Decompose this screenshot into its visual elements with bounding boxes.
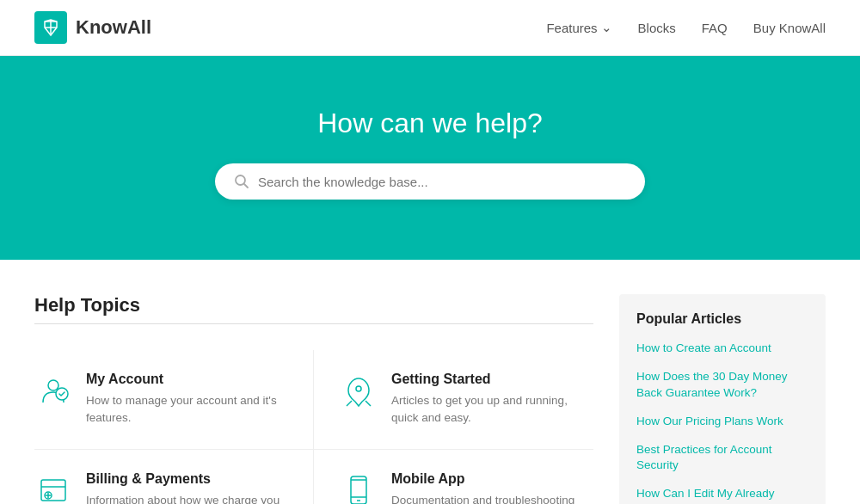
popular-article-4[interactable]: Best Practices for Account Security bbox=[636, 442, 808, 475]
topic-billing-desc: Information about how we charge you for … bbox=[86, 492, 287, 505]
svg-point-3 bbox=[356, 386, 361, 391]
nav-faq[interactable]: FAQ bbox=[702, 21, 728, 35]
popular-title: Popular Articles bbox=[636, 311, 808, 327]
topic-billing[interactable]: Billing & Payments Information about how… bbox=[34, 450, 314, 505]
topic-mobile-app-info: Mobile App Documentation and troubleshoo… bbox=[391, 471, 576, 505]
help-topics-section: Help Topics My Account How to manage you… bbox=[34, 294, 593, 504]
topic-my-account-info: My Account How to manage your account an… bbox=[86, 372, 287, 427]
topic-my-account-title: My Account bbox=[86, 372, 287, 387]
topic-mobile-app[interactable]: Mobile App Documentation and troubleshoo… bbox=[314, 450, 593, 505]
logo-text: KnowAll bbox=[76, 16, 151, 39]
svg-point-0 bbox=[236, 175, 245, 185]
topic-my-account-desc: How to manage your account and it's feat… bbox=[86, 392, 287, 427]
search-bar bbox=[215, 163, 645, 200]
sidebar: Popular Articles How to Create an Accoun… bbox=[619, 294, 826, 504]
main-content: Help Topics My Account How to manage you… bbox=[0, 260, 860, 504]
popular-articles-box: Popular Articles How to Create an Accoun… bbox=[619, 294, 826, 504]
rocket-icon bbox=[340, 372, 378, 409]
topic-getting-started-desc: Articles to get you up and running, quic… bbox=[391, 392, 576, 427]
billing-icon bbox=[34, 471, 72, 505]
nav-blocks[interactable]: Blocks bbox=[638, 21, 676, 35]
nav-buy-knowall[interactable]: Buy KnowAll bbox=[753, 21, 826, 35]
list-item: How Can I Edit My Already Existing Page? bbox=[636, 486, 808, 504]
topic-getting-started-info: Getting Started Articles to get you up a… bbox=[391, 372, 576, 427]
topic-my-account[interactable]: My Account How to manage your account an… bbox=[34, 350, 314, 450]
popular-article-5[interactable]: How Can I Edit My Already Existing Page? bbox=[636, 486, 808, 504]
mobile-icon bbox=[340, 471, 378, 505]
list-item: How Does the 30 Day Money Back Guarantee… bbox=[636, 369, 808, 402]
chevron-down-icon: ⌄ bbox=[601, 20, 612, 35]
list-item: How Our Pricing Plans Work bbox=[636, 414, 808, 430]
list-item: How to Create an Account bbox=[636, 341, 808, 357]
popular-article-2[interactable]: How Does the 30 Day Money Back Guarantee… bbox=[636, 369, 808, 402]
logo-icon bbox=[34, 11, 67, 44]
search-icon bbox=[234, 174, 249, 189]
topic-getting-started-title: Getting Started bbox=[391, 372, 576, 387]
popular-article-3[interactable]: How Our Pricing Plans Work bbox=[636, 414, 808, 430]
account-icon bbox=[34, 372, 72, 409]
popular-article-1[interactable]: How to Create an Account bbox=[636, 341, 808, 357]
list-item: Best Practices for Account Security bbox=[636, 442, 808, 475]
topic-billing-title: Billing & Payments bbox=[86, 471, 287, 487]
topics-grid: My Account How to manage your account an… bbox=[34, 350, 593, 504]
logo[interactable]: KnowAll bbox=[34, 11, 151, 44]
topic-mobile-app-title: Mobile App bbox=[391, 471, 576, 487]
search-input[interactable] bbox=[258, 175, 626, 189]
hero-section: How can we help? bbox=[0, 56, 860, 260]
main-nav: Features ⌄ Blocks FAQ Buy KnowAll bbox=[546, 20, 826, 35]
topic-billing-info: Billing & Payments Information about how… bbox=[86, 471, 287, 505]
section-divider bbox=[34, 323, 593, 324]
hero-title: How can we help? bbox=[34, 108, 826, 139]
nav-features[interactable]: Features ⌄ bbox=[546, 20, 611, 35]
popular-articles-list: How to Create an Account How Does the 30… bbox=[636, 341, 808, 504]
svg-rect-6 bbox=[351, 476, 366, 504]
header: KnowAll Features ⌄ Blocks FAQ Buy KnowAl… bbox=[0, 0, 860, 56]
svg-point-1 bbox=[48, 380, 58, 390]
topic-mobile-app-desc: Documentation and troubleshooting our mo… bbox=[391, 492, 576, 505]
topic-getting-started[interactable]: Getting Started Articles to get you up a… bbox=[314, 350, 593, 450]
section-title: Help Topics bbox=[34, 294, 593, 317]
